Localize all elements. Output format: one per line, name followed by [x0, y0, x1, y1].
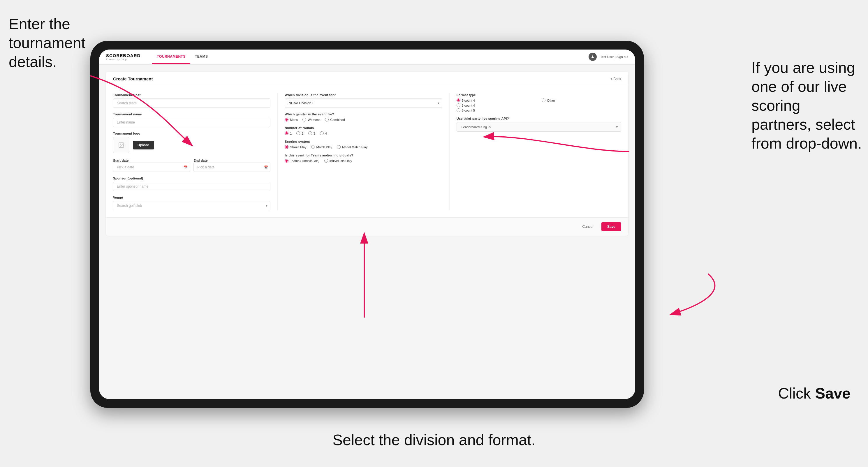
format-6count5[interactable]: 6 count 5 — [457, 108, 536, 112]
rounds-radio-row: 1 2 3 4 — [285, 131, 442, 135]
end-date-input[interactable] — [193, 162, 270, 172]
venue-label: Venue — [113, 196, 270, 199]
rounds-3-radio[interactable] — [308, 131, 312, 135]
start-date-group: Start date — [113, 158, 190, 172]
brand-sub: Powered by Clippi — [106, 58, 141, 61]
tournament-name-input[interactable] — [113, 118, 270, 127]
form-col-middle: Which division is the event for? NCAA Di… — [285, 93, 449, 210]
form-col-right: Format type 5 count 4 Other — [457, 93, 621, 210]
brand: SCOREBOARD Powered by Clippi — [106, 53, 141, 61]
cancel-button[interactable]: Cancel — [578, 222, 598, 231]
rounds-group: Number of rounds 1 2 3 — [285, 126, 442, 135]
individuals-only[interactable]: Individuals Only — [324, 159, 352, 162]
live-scoring-input[interactable]: Leaderboard King ✕ ▾ — [457, 122, 621, 132]
page-content: Create Tournament < Back Tournament Host — [99, 65, 635, 399]
format-other-radio[interactable] — [542, 98, 546, 102]
tournament-name-label: Tournament name — [113, 113, 270, 116]
tournament-logo-group: Tournament logo — [113, 132, 270, 153]
form-body: Tournament Host Tournament name Tourname… — [106, 86, 628, 217]
gender-mens[interactable]: Mens — [285, 118, 298, 122]
division-select[interactable]: NCAA Division I NCAA Division II NCAA Di… — [285, 98, 442, 108]
gender-womens[interactable]: Womens — [303, 118, 320, 122]
individuals-only-radio[interactable] — [324, 159, 328, 162]
save-button[interactable]: Save — [601, 222, 621, 231]
division-label: Which division is the event for? — [285, 93, 442, 97]
teams-label: Is this event for Teams and/or Individua… — [285, 154, 442, 157]
gender-womens-radio[interactable] — [303, 118, 306, 122]
sponsor-label: Sponsor (optional) — [113, 177, 270, 180]
live-scoring-value: Leaderboard King — [462, 125, 487, 129]
rounds-2[interactable]: 2 — [296, 131, 303, 135]
format-6count4[interactable]: 6 count 4 — [457, 103, 536, 107]
tablet-screen: SCOREBOARD Powered by Clippi TOURNAMENTS… — [99, 50, 635, 399]
venue-select-wrapper — [113, 201, 270, 210]
scoring-stroke-play-radio[interactable] — [285, 145, 288, 149]
teams-plus-individuals[interactable]: Teams (+Individuals) — [285, 159, 319, 162]
start-date-input[interactable] — [113, 162, 190, 172]
scoring-match-play-radio[interactable] — [311, 145, 315, 149]
end-date-wrapper — [193, 162, 270, 172]
format-5count4-radio[interactable] — [457, 98, 460, 102]
format-type-label: Format type — [457, 93, 621, 97]
form-title: Create Tournament — [113, 76, 153, 81]
gender-label: Which gender is the event for? — [285, 113, 442, 116]
tournament-name-group: Tournament name — [113, 113, 270, 127]
scoring-medal-match-play-radio[interactable] — [337, 145, 341, 149]
venue-group: Venue — [113, 196, 270, 210]
rounds-1[interactable]: 1 — [285, 131, 292, 135]
rounds-2-radio[interactable] — [296, 131, 300, 135]
rounds-4[interactable]: 4 — [320, 131, 327, 135]
form-footer: Cancel Save — [106, 217, 628, 236]
scoring-label: Scoring system — [285, 140, 442, 143]
back-button[interactable]: < Back — [611, 77, 621, 81]
gender-combined[interactable]: Combined — [325, 118, 345, 122]
gender-mens-radio[interactable] — [285, 118, 288, 122]
gender-combined-radio[interactable] — [325, 118, 329, 122]
live-scoring-label: Use third-party live scoring API? — [457, 117, 621, 120]
image-icon — [118, 142, 124, 148]
scoring-stroke-play[interactable]: Stroke Play — [285, 145, 306, 149]
annotation-bottomright: Click Save — [778, 384, 850, 403]
annotation-click-prefix: Click — [778, 385, 815, 402]
format-type-grid: 5 count 4 Other 6 count 4 — [457, 98, 621, 112]
scoring-group: Scoring system Stroke Play Match Play — [285, 140, 442, 149]
scoring-match-play[interactable]: Match Play — [311, 145, 332, 149]
tournament-host-group: Tournament Host — [113, 93, 270, 108]
live-scoring-remove[interactable]: ✕ — [488, 125, 491, 129]
tablet-frame: SCOREBOARD Powered by Clippi TOURNAMENTS… — [90, 41, 644, 408]
format-6count4-radio[interactable] — [457, 103, 460, 107]
rounds-4-radio[interactable] — [320, 131, 324, 135]
venue-input[interactable] — [113, 201, 270, 210]
svg-point-2 — [120, 144, 121, 145]
scoring-medal-match-play[interactable]: Medal Match Play — [337, 145, 367, 149]
end-date-label: End date — [193, 159, 208, 162]
sponsor-input[interactable] — [113, 182, 270, 191]
teams-radio-row: Teams (+Individuals) Individuals Only — [285, 159, 442, 162]
teams-group: Is this event for Teams and/or Individua… — [285, 154, 442, 162]
rounds-1-radio[interactable] — [285, 131, 288, 135]
format-other[interactable]: Other — [542, 98, 621, 102]
form-card: Create Tournament < Back Tournament Host — [106, 72, 628, 236]
annotation-save-bold: Save — [815, 385, 850, 402]
logo-placeholder — [113, 137, 129, 153]
nav-user-text: Test User | Sign out — [600, 55, 628, 59]
brand-name: SCOREBOARD — [106, 53, 141, 58]
rounds-3[interactable]: 3 — [308, 131, 315, 135]
teams-plus-individuals-radio[interactable] — [285, 159, 288, 162]
date-row: Start date End date — [113, 158, 270, 172]
app-container: SCOREBOARD Powered by Clippi TOURNAMENTS… — [99, 50, 635, 399]
live-scoring-group: Use third-party live scoring API? Leader… — [457, 117, 621, 132]
annotation-bottom: Select the division and format. — [333, 431, 535, 449]
dates-group: Start date End date — [113, 158, 270, 172]
logo-upload-area: Upload — [113, 137, 270, 153]
format-6count5-radio[interactable] — [457, 108, 460, 112]
gender-group: Which gender is the event for? Mens Wome… — [285, 113, 442, 122]
nav-tab-tournaments[interactable]: TOURNAMENTS — [152, 50, 190, 64]
tournament-host-input[interactable] — [113, 98, 270, 108]
format-5count4[interactable]: 5 count 4 — [457, 98, 536, 102]
nav-tab-teams[interactable]: TEAMS — [190, 50, 213, 64]
start-date-wrapper — [113, 162, 190, 172]
start-date-label: Start date — [113, 159, 129, 162]
upload-button[interactable]: Upload — [133, 141, 154, 150]
live-scoring-chevron: ▾ — [616, 125, 618, 129]
